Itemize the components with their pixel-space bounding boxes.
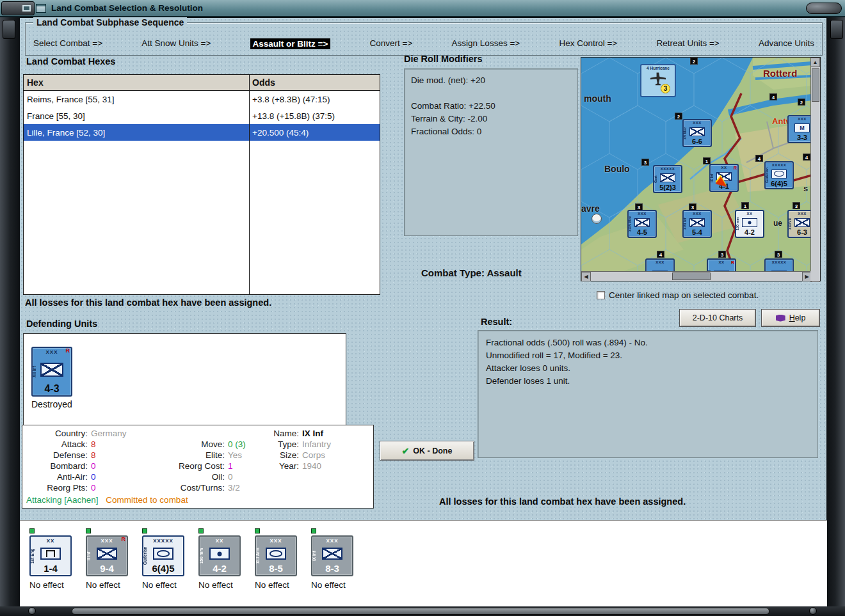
unit-name-label: 1st Eng: [30, 538, 35, 574]
unit-name-label: XVII Inf: [683, 212, 688, 235]
attacking-units-strip: 1st Eng XX 1-4 No effect II Inf XXX R 9-…: [20, 520, 828, 607]
map-view[interactable]: Rotterd mouth Antw Boulo avre s ue 2: [581, 58, 812, 272]
charts-button[interactable]: 2-D-10 Charts: [679, 309, 756, 327]
map-unit-counter[interactable]: Gort XXXXX 5(2)3: [653, 165, 682, 193]
info-label: Bombard:: [26, 461, 88, 472]
map-vertical-scrollbar[interactable]: ▲ ▼: [810, 58, 820, 282]
result-title: Result:: [481, 317, 512, 327]
unit-status: Destroyed: [31, 399, 76, 409]
hex-cell: Reims, France [55, 31]: [24, 95, 249, 104]
defending-unit-counter[interactable]: XII Inf XXX R 4-3: [31, 347, 72, 397]
window-frame-ornament: [1, 1, 35, 15]
modifier-line: Terrain & City: -2.00: [411, 113, 571, 125]
defending-unit[interactable]: XII Inf XXX R 4-3 Destroyed: [31, 347, 76, 409]
info-value: Corps: [302, 450, 325, 461]
unit-strength: 4-5: [637, 228, 647, 236]
reorg-badge: R: [66, 348, 70, 354]
unit-type-symbol: [322, 548, 342, 560]
ok-done-label: OK - Done: [413, 446, 452, 455]
unit-size-label: XX: [721, 166, 727, 170]
unit-size-label: XX: [718, 260, 724, 265]
attacking-unit-counter[interactable]: II Inf XXX R 9-4: [86, 535, 128, 576]
map-unit-counter[interactable]: 150 mm XX 4-2: [735, 210, 764, 238]
table-header: Hex Odds: [24, 75, 380, 91]
unit-strength: 8-3: [325, 564, 339, 574]
attacking-unit[interactable]: 1st Eng XX 1-4 No effect: [29, 528, 74, 607]
scrollbar-thumb[interactable]: [812, 68, 819, 102]
table-rows: Reims, France [55, 31] +3.8 (+8.3B) (47:…: [24, 91, 380, 141]
info-label: Elite:: [152, 450, 225, 461]
ok-done-button[interactable]: ✔ OK - Done: [380, 441, 474, 461]
unit-info-cell: Country: Germany: [26, 429, 152, 439]
unit-type-symbol: [771, 170, 787, 178]
info-label: Country:: [26, 429, 88, 439]
help-button[interactable]: Help: [761, 309, 820, 327]
scroll-up-arrow[interactable]: ▲: [810, 58, 820, 67]
scrollbar-thumb[interactable]: [672, 272, 711, 280]
unit-size-label: XXX: [693, 212, 702, 216]
map-horizontal-scrollbar[interactable]: ◀ ▶: [581, 271, 812, 281]
air-unit-label: 4 Hurricane: [642, 66, 674, 70]
map-unit-counter[interactable]: XXX: [645, 258, 675, 272]
unit-effect-label: No effect: [29, 580, 64, 590]
attacking-unit-counter[interactable]: IX Inf XXX 8-3: [311, 535, 353, 576]
help-book-icon: [776, 315, 785, 322]
unit-name-label: XXXVII: [788, 212, 793, 235]
info-label: Type:: [266, 439, 299, 450]
odds-cell: +13.8 (+15.8B) (37:5): [249, 111, 380, 121]
scrollbar-corner: [810, 271, 820, 281]
attacking-unit[interactable]: XLI Arm XXX 8-5 No effect: [255, 528, 300, 607]
unit-size-label: XXX: [45, 349, 58, 355]
map-unit-counter[interactable]: XXX 3-3: [787, 115, 812, 143]
unit-info-cell: Cost/Turns: 3/2: [152, 483, 266, 494]
info-value: Yes: [228, 450, 242, 461]
defending-units-title: Defending Units: [26, 319, 97, 329]
table-row[interactable]: Reims, France [55, 31] +3.8 (+8.3B) (47:…: [24, 91, 380, 107]
unit-type-symbol: [266, 548, 286, 560]
attacking-unit-counter[interactable]: 150 mm XX 4-2: [198, 535, 241, 576]
center-map-label: Center linked map on selected combat.: [609, 290, 759, 300]
attacking-unit[interactable]: Guderian XXXXX 6(4)5 No effect: [142, 528, 187, 607]
unit-size-label: XXX: [798, 117, 807, 122]
reorg-badge: R: [734, 165, 737, 171]
window-bottom-scrollbar[interactable]: [72, 608, 769, 615]
unit-name-label: XXIV Mot: [628, 212, 632, 235]
unit-strength: 5(2)3: [659, 184, 676, 191]
hex-cell: France [55, 30]: [24, 111, 249, 121]
unit-size-label: XXX: [101, 538, 113, 544]
combat-type: Combat Type: Assault: [421, 267, 522, 278]
unit-info-cell: Year: 1940: [266, 461, 369, 472]
attacking-unit-counter[interactable]: Guderian XXXXX 6(4)5: [142, 535, 184, 576]
attacking-unit[interactable]: IX Inf XXX 8-3 No effect: [311, 528, 356, 607]
info-value: 0 (3): [228, 439, 246, 450]
map-unit-counter[interactable]: Inf XX R: [707, 258, 736, 272]
info-label: Cost/Turns:: [152, 483, 225, 494]
map-unit-counter[interactable]: XVII Inf XXX 5-4: [682, 210, 712, 238]
scroll-left-arrow[interactable]: ◀: [581, 272, 591, 281]
attacking-unit-counter[interactable]: XLI Arm XXX 8-5: [255, 535, 297, 576]
unit-size-label: XXXXX: [661, 167, 675, 171]
center-map-checkbox[interactable]: [597, 291, 605, 299]
info-label: Size:: [266, 450, 299, 461]
table-row[interactable]: France [55, 30] +13.8 (+15.8B) (37:5): [24, 107, 380, 124]
window-titlebar: Land Combat Selection & Resolution: [0, 0, 845, 17]
unit-strength: 9-4: [100, 564, 114, 574]
window-frame-right: [827, 17, 845, 606]
map-unit-counter[interactable]: XV Mec XXX 6-6: [682, 119, 712, 147]
window-control-button[interactable]: [806, 3, 842, 14]
attacking-unit[interactable]: II Inf XXX R 9-4 No effect: [86, 528, 131, 607]
map-unit-counter[interactable]: XXIV Mot XXX 4-5: [627, 210, 657, 238]
unit-type-symbol: [40, 548, 61, 560]
table-row[interactable]: Lille, France [52, 30] +20.500 (45:4): [24, 124, 380, 141]
map-unit-counter[interactable]: Guderian XXXXX 6(4)5: [764, 161, 794, 189]
air-unit-counter[interactable]: 4 Hurricane 3: [640, 64, 676, 97]
unit-info-cell: Size: Corps: [266, 450, 369, 461]
check-icon: ✔: [402, 446, 410, 456]
attacking-unit-counter[interactable]: 1st Eng XX 1-4: [29, 535, 72, 576]
unit-strength: 5-4: [692, 228, 702, 236]
result-line: Unmodified roll = 17, Modified = 23.: [486, 349, 810, 362]
map-unit-counter[interactable]: XXXVII XXX 6-3: [787, 210, 812, 238]
sequence-step: Assign Losses =>: [452, 38, 520, 49]
map-unit-counter[interactable]: XXXXX: [764, 258, 794, 272]
attacking-unit[interactable]: 150 mm XX 4-2 No effect: [198, 528, 243, 607]
